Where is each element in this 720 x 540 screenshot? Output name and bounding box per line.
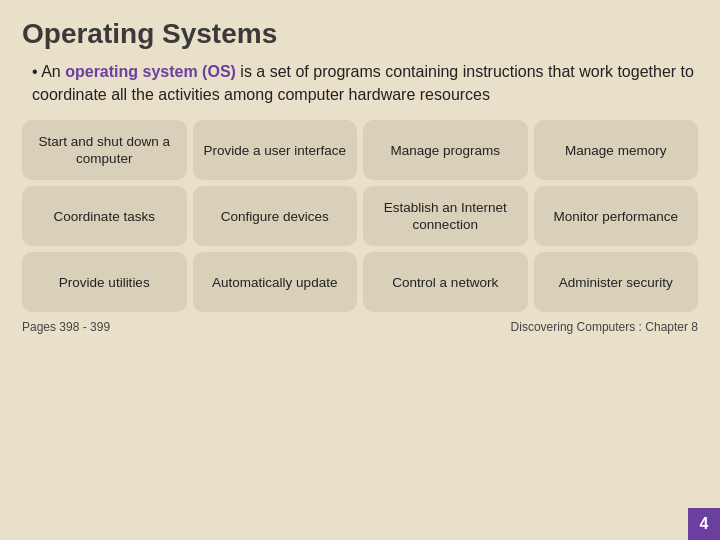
- cell-monitor-performance: Monitor performance: [534, 186, 699, 246]
- cell-configure-devices: Configure devices: [193, 186, 358, 246]
- bullet-point: • An operating system (OS) is a set of p…: [22, 60, 698, 106]
- cell-administer-security: Administer security: [534, 252, 699, 312]
- cell-manage-memory: Manage memory: [534, 120, 699, 180]
- footer: Pages 398 - 399 Discovering Computers : …: [22, 320, 698, 334]
- cell-manage-programs: Manage programs: [363, 120, 528, 180]
- slide-title: Operating Systems: [22, 18, 698, 50]
- page-number: 4: [688, 508, 720, 540]
- footer-pages: Pages 398 - 399: [22, 320, 110, 334]
- cell-auto-update: Automatically update: [193, 252, 358, 312]
- slide: Operating Systems • An operating system …: [0, 0, 720, 540]
- cell-coordinate-tasks: Coordinate tasks: [22, 186, 187, 246]
- os-functions-grid: Start and shut down a computer Provide a…: [22, 120, 698, 312]
- cell-user-interface: Provide a user interface: [193, 120, 358, 180]
- footer-caption: Discovering Computers : Chapter 8: [511, 320, 698, 334]
- cell-control-network: Control a network: [363, 252, 528, 312]
- cell-start-shutdown: Start and shut down a computer: [22, 120, 187, 180]
- cell-internet-connection: Establish an Internet connection: [363, 186, 528, 246]
- cell-provide-utilities: Provide utilities: [22, 252, 187, 312]
